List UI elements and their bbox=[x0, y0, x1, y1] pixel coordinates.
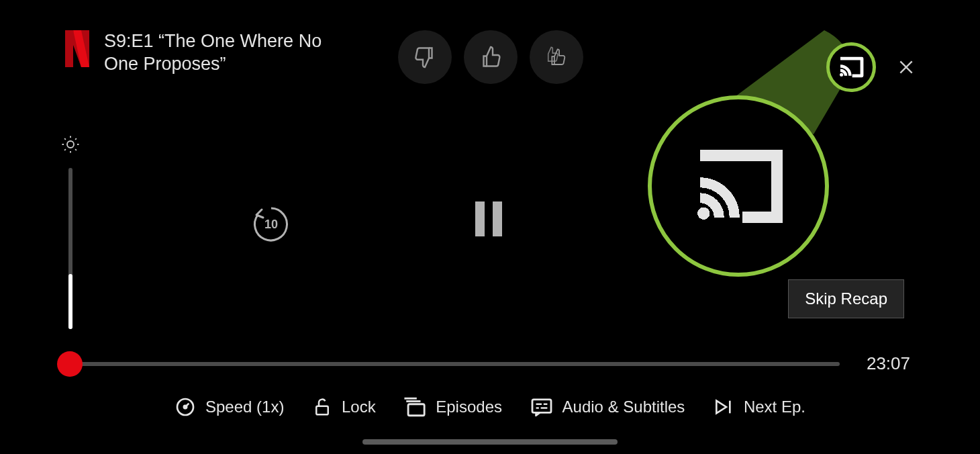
next-episode-icon bbox=[713, 398, 734, 416]
brightness-slider[interactable] bbox=[60, 134, 81, 329]
svg-point-0 bbox=[840, 73, 843, 77]
skip-recap-button[interactable]: Skip Recap bbox=[788, 279, 904, 318]
cast-annotation-zoom bbox=[648, 95, 829, 277]
progress-thumb[interactable] bbox=[57, 351, 83, 377]
time-remaining: 23:07 bbox=[867, 353, 910, 374]
speed-label: Speed (1x) bbox=[205, 398, 284, 416]
svg-rect-7 bbox=[408, 404, 424, 416]
home-indicator bbox=[362, 439, 618, 445]
lock-button[interactable]: Lock bbox=[312, 397, 376, 417]
lock-open-icon bbox=[312, 397, 332, 417]
thumbs-up-icon bbox=[479, 45, 503, 69]
progress-bar[interactable] bbox=[70, 362, 840, 366]
next-episode-button[interactable]: Next Ep. bbox=[713, 398, 805, 416]
audio-subtitles-button[interactable]: Audio & Subtitles bbox=[530, 398, 685, 416]
svg-point-1 bbox=[67, 141, 74, 148]
thumbs-down-icon bbox=[413, 45, 437, 69]
close-button[interactable] bbox=[896, 57, 916, 77]
speed-button[interactable]: Speed (1x) bbox=[175, 396, 284, 418]
pause-icon bbox=[493, 201, 502, 236]
next-episode-label: Next Ep. bbox=[744, 398, 805, 416]
audio-subtitles-label: Audio & Subtitles bbox=[562, 398, 685, 416]
thumbs-down-button[interactable] bbox=[398, 30, 452, 84]
double-thumbs-up-button[interactable] bbox=[530, 30, 583, 84]
cast-icon-large bbox=[691, 148, 785, 225]
subtitles-icon bbox=[530, 398, 553, 416]
brightness-icon bbox=[60, 134, 81, 154]
brightness-track[interactable] bbox=[68, 168, 72, 329]
episode-title: S9:E1 “The One Where No One Proposes” bbox=[104, 30, 346, 76]
lock-label: Lock bbox=[342, 398, 376, 416]
brightness-fill bbox=[68, 274, 72, 329]
svg-text:10: 10 bbox=[264, 218, 278, 231]
episodes-label: Episodes bbox=[436, 398, 502, 416]
svg-point-3 bbox=[697, 207, 709, 219]
thumbs-up-button[interactable] bbox=[464, 30, 518, 84]
episodes-icon bbox=[403, 397, 426, 417]
episodes-button[interactable]: Episodes bbox=[403, 397, 502, 417]
pause-icon bbox=[475, 201, 485, 236]
svg-rect-8 bbox=[532, 400, 551, 413]
svg-point-5 bbox=[184, 406, 187, 408]
speed-icon bbox=[175, 396, 196, 418]
cast-icon bbox=[838, 56, 865, 78]
double-thumbs-up-icon bbox=[542, 44, 571, 70]
svg-rect-6 bbox=[316, 406, 328, 415]
rewind-10-button[interactable]: 10 bbox=[248, 201, 294, 247]
close-icon bbox=[897, 58, 915, 76]
cast-button[interactable] bbox=[826, 42, 876, 92]
pause-button[interactable] bbox=[475, 201, 502, 236]
netflix-logo bbox=[64, 30, 91, 67]
